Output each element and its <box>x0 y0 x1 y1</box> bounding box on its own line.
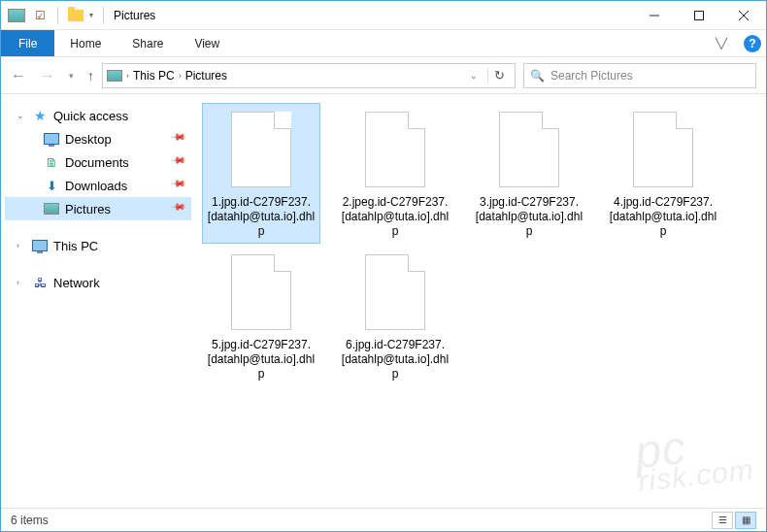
location-icon <box>107 68 122 83</box>
chevron-right-icon[interactable]: › <box>179 71 182 81</box>
file-item[interactable]: 5.jpg.id-C279F237.[datahlp@tuta.io].dhlp <box>203 247 319 385</box>
star-icon: ★ <box>32 108 48 123</box>
history-dropdown-icon[interactable]: ▾ <box>69 71 74 81</box>
pin-icon: 📌 <box>171 151 192 173</box>
window-title: Pictures <box>114 9 155 22</box>
sidebar-item-label: Desktop <box>65 132 112 147</box>
tab-view[interactable]: View <box>179 30 235 56</box>
explorer-icon <box>7 6 26 25</box>
search-input[interactable] <box>550 69 750 83</box>
back-button[interactable]: ← <box>11 67 26 84</box>
tab-home[interactable]: Home <box>54 30 117 56</box>
qat-dropdown-icon[interactable]: ▾ <box>89 11 93 19</box>
quick-access-toolbar: ☑ ▾ <box>1 6 99 25</box>
file-icon <box>490 108 568 191</box>
downloads-icon: ⬇ <box>44 178 59 193</box>
close-button[interactable] <box>721 1 766 30</box>
sidebar-this-pc[interactable]: › This PC <box>5 234 191 257</box>
item-count: 6 items <box>11 514 49 527</box>
properties-icon[interactable]: ☑ <box>30 6 50 25</box>
file-item[interactable]: 4.jpg.id-C279F237.[datahlp@tuta.io].dhlp <box>605 104 721 243</box>
up-button[interactable]: ↑ <box>87 68 94 83</box>
desktop-icon <box>44 131 59 147</box>
file-item[interactable]: 3.jpg.id-C279F237.[datahlp@tuta.io].dhlp <box>471 104 587 243</box>
file-name: 3.jpg.id-C279F237.[datahlp@tuta.io].dhlp <box>475 195 584 239</box>
file-icon <box>356 250 434 334</box>
sidebar-network[interactable]: › 🖧 Network <box>5 271 191 294</box>
pin-icon: 📌 <box>171 175 192 196</box>
search-icon: 🔍 <box>530 69 545 83</box>
svg-rect-1 <box>695 11 704 19</box>
sidebar-item-desktop[interactable]: Desktop 📌 <box>5 127 191 150</box>
file-name: 4.jpg.id-C279F237.[datahlp@tuta.io].dhlp <box>609 195 717 239</box>
file-icon <box>222 108 300 191</box>
details-view-button[interactable]: ☰ <box>712 512 733 529</box>
tree-collapse-icon[interactable]: › <box>17 278 19 287</box>
file-name: 1.jpg.id-C279F237.[datahlp@tuta.io].dhlp <box>207 195 316 239</box>
navigation-bar: ← → ▾ ↑ › This PC › Pictures ⌄ ↻ 🔍 <box>1 57 766 94</box>
file-list[interactable]: 1.jpg.id-C279F237.[datahlp@tuta.io].dhlp… <box>195 94 766 508</box>
sidebar-label: This PC <box>53 239 98 253</box>
minimize-button[interactable] <box>632 1 677 30</box>
maximize-button[interactable] <box>677 1 721 30</box>
new-folder-icon[interactable] <box>66 6 85 25</box>
help-button[interactable]: ? <box>739 30 766 56</box>
view-toggle: ☰ ▦ <box>712 512 756 529</box>
sidebar-item-downloads[interactable]: ⬇ Downloads 📌 <box>5 174 191 197</box>
breadcrumb-this-pc[interactable]: This PC <box>133 69 175 83</box>
search-box[interactable]: 🔍 <box>523 63 756 88</box>
address-dropdown-icon[interactable]: ⌄ <box>464 71 484 81</box>
sidebar-item-label: Pictures <box>65 202 111 216</box>
pin-icon: 📌 <box>171 128 192 150</box>
documents-icon: 🗎 <box>44 154 59 170</box>
sidebar-item-documents[interactable]: 🗎 Documents 📌 <box>5 150 191 174</box>
file-name: 6.jpg.id-C279F237.[datahlp@tuta.io].dhlp <box>341 338 450 382</box>
chevron-right-icon[interactable]: › <box>126 71 129 81</box>
file-tab[interactable]: File <box>1 30 54 56</box>
icons-view-button[interactable]: ▦ <box>735 512 756 529</box>
titlebar: ☑ ▾ Pictures <box>1 1 766 30</box>
sidebar-item-label: Documents <box>65 155 129 170</box>
main-area: ⌄ ★ Quick access Desktop 📌 🗎 Documents 📌… <box>1 94 766 508</box>
sidebar-quick-access[interactable]: ⌄ ★ Quick access <box>5 104 191 127</box>
file-name: 2.jpeg.id-C279F237.[datahlp@tuta.io].dhl… <box>341 195 450 239</box>
computer-icon <box>32 238 48 253</box>
pin-icon: 📌 <box>171 198 192 219</box>
tree-collapse-icon[interactable]: › <box>17 241 19 250</box>
sidebar-label: Network <box>53 276 100 290</box>
breadcrumb-pictures[interactable]: Pictures <box>185 69 227 83</box>
ribbon-expand-icon[interactable]: ╲╱ <box>704 30 739 56</box>
file-item[interactable]: 6.jpg.id-C279F237.[datahlp@tuta.io].dhlp <box>337 247 453 385</box>
pictures-icon <box>44 201 59 216</box>
forward-button[interactable]: → <box>40 67 55 84</box>
file-icon <box>624 108 702 191</box>
tree-expand-icon[interactable]: ⌄ <box>17 111 24 120</box>
sidebar-item-pictures[interactable]: Pictures 📌 <box>5 197 191 220</box>
sidebar-item-label: Downloads <box>65 179 127 193</box>
file-icon <box>222 250 300 334</box>
ribbon: File Home Share View ╲╱ ? <box>1 30 766 57</box>
file-item[interactable]: 1.jpg.id-C279F237.[datahlp@tuta.io].dhlp <box>203 104 319 243</box>
navigation-pane: ⌄ ★ Quick access Desktop 📌 🗎 Documents 📌… <box>1 94 195 508</box>
file-item[interactable]: 2.jpeg.id-C279F237.[datahlp@tuta.io].dhl… <box>337 104 453 243</box>
address-bar[interactable]: › This PC › Pictures ⌄ ↻ <box>102 63 516 88</box>
refresh-button[interactable]: ↻ <box>487 68 511 83</box>
sidebar-label: Quick access <box>53 109 128 123</box>
file-name: 5.jpg.id-C279F237.[datahlp@tuta.io].dhlp <box>207 338 316 382</box>
file-icon <box>356 108 434 191</box>
status-bar: 6 items ☰ ▦ <box>1 508 766 531</box>
tab-share[interactable]: Share <box>117 30 179 56</box>
network-icon: 🖧 <box>32 275 48 290</box>
